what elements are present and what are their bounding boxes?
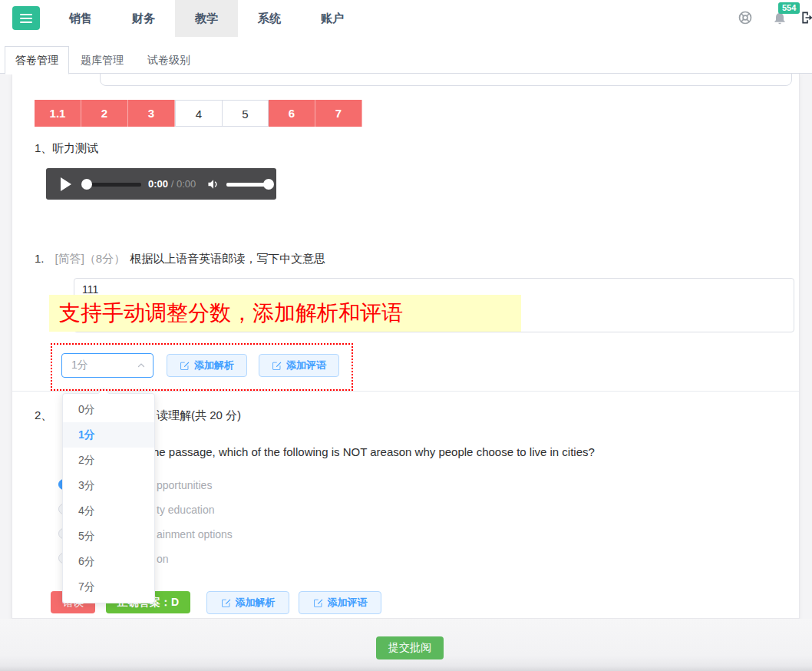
tab-question-bank-management[interactable]: 题库管理 <box>81 47 124 74</box>
seek-handle[interactable] <box>81 179 92 190</box>
hamburger-icon <box>20 14 32 15</box>
menu-item-finance[interactable]: 财务 <box>112 0 175 37</box>
option-b-label: ty education <box>157 504 215 516</box>
score-option[interactable]: 5分 <box>63 524 154 549</box>
score-option[interactable]: 7分 <box>63 574 154 600</box>
page: 销售 财务 教学 系统 账户 554 答卷管理 题库管理 试卷级别 1.1 2 <box>0 0 812 671</box>
audio-time: 0:00 / 0:00 <box>148 178 196 190</box>
section-divider <box>12 391 799 392</box>
audio-current-time: 0:00 <box>148 178 168 190</box>
hamburger-icon <box>20 18 32 19</box>
volume-slider[interactable] <box>226 179 274 190</box>
hamburger-icon <box>20 21 32 23</box>
tab-paper-level[interactable]: 试卷级别 <box>147 47 190 74</box>
score-option[interactable]: 3分 <box>63 473 154 498</box>
question-number-nav: 1.1 2 3 4 5 6 7 <box>35 100 362 127</box>
tab-answer-sheet-management[interactable]: 答卷管理 <box>5 46 69 74</box>
edit-icon <box>313 598 323 608</box>
question1-type-tag: [简答]（8分） <box>55 252 126 265</box>
annotation-dotted-rectangle <box>51 343 353 391</box>
score-option-selected[interactable]: 1分 <box>63 422 154 448</box>
menu-item-account[interactable]: 账户 <box>301 0 364 37</box>
sub-tabbar: 答卷管理 题库管理 试卷级别 <box>0 37 812 74</box>
score-option[interactable]: 6分 <box>63 549 154 574</box>
question1-header: 1.[简答]（8分）根据以上语音英语郎读，写下中文意思 <box>35 252 325 266</box>
help-globe-icon[interactable] <box>738 10 753 25</box>
question-nav-cell[interactable]: 6 <box>269 100 315 127</box>
audio-time-separator: / <box>171 178 174 190</box>
question-nav-cell[interactable]: 2 <box>81 100 128 127</box>
audio-player: 0:00 / 0:00 <box>46 168 276 200</box>
question-nav-cell[interactable]: 1.1 <box>35 100 81 127</box>
seek-slider[interactable] <box>81 179 141 190</box>
seek-track <box>87 183 141 187</box>
question-nav-cell[interactable]: 3 <box>128 100 175 127</box>
volume-handle[interactable] <box>263 179 274 190</box>
edit-icon <box>221 598 231 608</box>
score-option[interactable]: 0分 <box>63 397 154 422</box>
menu-item-teaching[interactable]: 教学 <box>175 0 238 37</box>
menu-item-system[interactable]: 系统 <box>238 0 301 37</box>
add-comment-label: 添加评语 <box>328 596 368 610</box>
volume-icon[interactable] <box>206 178 220 190</box>
option-d-label: on <box>157 553 169 565</box>
submit-review-button[interactable]: 提交批阅 <box>376 636 444 659</box>
add-analysis-label: 添加解析 <box>236 596 276 610</box>
section1-title: 1、听力测试 <box>35 141 98 156</box>
score-option[interactable]: 2分 <box>63 448 154 473</box>
question2-section-title: 读理解(共 20 分) <box>157 408 241 423</box>
score-dropdown-panel: 0分 1分 2分 3分 4分 5分 6分 7分 <box>62 393 155 603</box>
logout-icon[interactable] <box>800 10 812 25</box>
question2-index: 2、 <box>35 408 52 423</box>
play-button[interactable] <box>61 177 71 191</box>
top-navbar: 销售 财务 教学 系统 账户 <box>0 0 812 37</box>
option-c-label: ainment options <box>157 528 233 540</box>
question-nav-cell[interactable]: 5 <box>222 100 269 127</box>
question-nav-cell[interactable]: 7 <box>315 100 362 127</box>
question1-text: 根据以上语音英语郎读，写下中文意思 <box>130 252 325 265</box>
annotation-highlight-note: 支持手动调整分数，添加解析和评语 <box>49 295 521 332</box>
question2-text: he passage, which of the following is NO… <box>153 445 595 458</box>
volume-track <box>226 183 269 187</box>
score-option[interactable]: 4分 <box>63 498 154 524</box>
option-a-label: pportunities <box>157 479 212 491</box>
main-menu: 销售 财务 教学 系统 账户 <box>49 0 364 37</box>
menu-toggle-button[interactable] <box>12 6 40 30</box>
notification-count-badge: 554 <box>778 2 800 14</box>
question1-index: 1. <box>35 252 45 265</box>
add-analysis-button[interactable]: 添加解析 <box>206 591 289 614</box>
add-comment-button[interactable]: 添加评语 <box>299 591 381 614</box>
audio-total-time: 0:00 <box>177 178 196 190</box>
menu-item-sales[interactable]: 销售 <box>49 0 112 37</box>
question-nav-cell[interactable]: 4 <box>175 100 222 127</box>
